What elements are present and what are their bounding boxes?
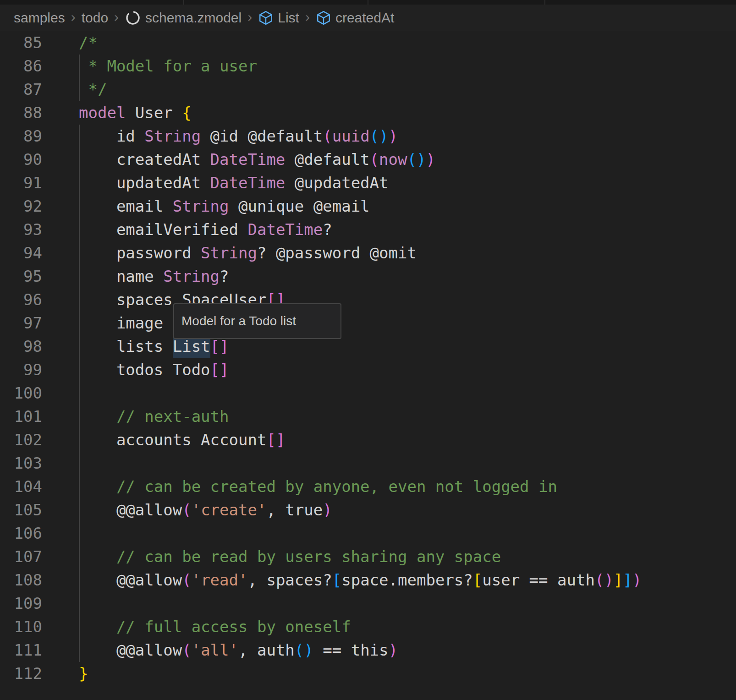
line-number[interactable]: 105	[0, 498, 46, 522]
line-number[interactable]: 97	[0, 312, 46, 335]
code-line-content[interactable]: @@allow('create', true)	[46, 498, 736, 522]
line-number[interactable]: 108	[0, 569, 46, 592]
code-line-content[interactable]: @@allow('all', auth() == this)	[46, 639, 736, 662]
line-number[interactable]: 89	[0, 125, 46, 148]
code-line-content[interactable]: // full access by oneself	[46, 615, 736, 639]
line-number[interactable]: 92	[0, 195, 46, 218]
code-token: == this	[313, 641, 389, 659]
code-line-content[interactable]: * Model for a user	[46, 55, 736, 78]
line-number[interactable]: 102	[0, 428, 46, 452]
code-line: 92 email String @unique @email	[0, 195, 736, 218]
breadcrumb-separator: ›	[114, 9, 119, 25]
line-number[interactable]: 107	[0, 545, 46, 569]
code-line: 111 @@allow('all', auth() == this)	[0, 639, 736, 662]
line-number[interactable]: 94	[0, 241, 46, 265]
code-token: createdAt	[79, 150, 210, 169]
code-token: space.members?	[341, 571, 473, 589]
code-token: image	[79, 314, 173, 332]
code-line: 87 */	[0, 78, 736, 101]
code-line-content[interactable]	[46, 522, 736, 545]
line-number[interactable]: 110	[0, 615, 46, 639]
line-number[interactable]: 111	[0, 639, 46, 662]
line-number[interactable]: 98	[0, 335, 46, 358]
breadcrumb-item-schema-zmodel[interactable]: schema.zmodel	[125, 10, 242, 26]
code-line-content[interactable]: // can be read by users sharing any spac…	[46, 545, 736, 569]
line-number[interactable]: 109	[0, 592, 46, 615]
code-line-content[interactable]: }	[46, 662, 736, 685]
code-line-content[interactable]: email String @unique @email	[46, 195, 736, 218]
code-token: updatedAt	[79, 174, 210, 192]
breadcrumb-item-todo[interactable]: todo	[82, 10, 108, 26]
line-number[interactable]: 101	[0, 405, 46, 428]
line-number[interactable]: 86	[0, 55, 46, 78]
code-line-content[interactable]: /*	[46, 31, 736, 55]
code-lines: 85/*86 * Model for a user87 */88model Us…	[0, 31, 736, 685]
code-token: []	[266, 431, 285, 449]
line-number[interactable]: 103	[0, 452, 46, 475]
code-line-content[interactable]	[46, 452, 736, 475]
code-line-content[interactable]: // next-auth	[46, 405, 736, 428]
code-line-content[interactable]: model User {	[46, 101, 736, 125]
code-line-content[interactable]: @@allow('read', spaces?[space.members?[u…	[46, 569, 736, 592]
code-line: 106	[0, 522, 736, 545]
code-line-content[interactable]: */	[46, 78, 736, 101]
code-token: {	[182, 104, 191, 122]
code-token: )	[389, 641, 398, 659]
line-number[interactable]: 91	[0, 171, 46, 195]
code-line-content[interactable]: updatedAt DateTime @updatedAt	[46, 171, 736, 195]
code-line-content[interactable]: lists List[]	[46, 335, 736, 358]
code-line: 97 image String?	[0, 312, 736, 335]
tab-bar	[0, 0, 736, 5]
code-token: (	[370, 150, 379, 169]
code-line: 95 name String?	[0, 265, 736, 288]
line-number[interactable]: 85	[0, 31, 46, 55]
code-token: */	[79, 80, 107, 98]
code-token: @unique @email	[229, 197, 370, 215]
code-line-content[interactable]: id String @id @default(uuid())	[46, 125, 736, 148]
code-token: ]	[623, 571, 632, 589]
code-token: emailVerified	[79, 220, 247, 239]
breadcrumb-item-list[interactable]: List	[258, 10, 299, 26]
code-line-content[interactable]	[46, 382, 736, 405]
hover-tooltip-text: Model for a Todo list	[181, 314, 296, 328]
code-token: )	[632, 571, 642, 589]
code-line: 105 @@allow('create', true)	[0, 498, 736, 522]
line-number[interactable]: 95	[0, 265, 46, 288]
line-number[interactable]: 99	[0, 358, 46, 382]
code-line: 91 updatedAt DateTime @updatedAt	[0, 171, 736, 195]
code-line-content[interactable]: emailVerified DateTime?	[46, 218, 736, 241]
line-number[interactable]: 88	[0, 101, 46, 125]
line-number[interactable]: 106	[0, 522, 46, 545]
code-line-content[interactable]: todos Todo[]	[46, 358, 736, 382]
code-token: User	[126, 104, 182, 122]
code-line-content[interactable]: password String? @password @omit	[46, 241, 736, 265]
code-token: name	[79, 267, 163, 285]
line-number[interactable]: 100	[0, 382, 46, 405]
code-line: 99 todos Todo[]	[0, 358, 736, 382]
code-token: password	[79, 244, 201, 262]
code-line-content[interactable]: // can be created by anyone, even not lo…	[46, 475, 736, 498]
indent-guide	[79, 125, 80, 662]
line-number[interactable]: 93	[0, 218, 46, 241]
line-number[interactable]: 87	[0, 78, 46, 101]
code-token: 'all'	[192, 641, 238, 659]
line-number[interactable]: 96	[0, 288, 46, 312]
breadcrumb-item-samples[interactable]: samples	[14, 10, 65, 26]
code-line-content[interactable]: name String?	[46, 265, 736, 288]
line-number[interactable]: 104	[0, 475, 46, 498]
code-line-content[interactable]: createdAt DateTime @default(now())	[46, 148, 736, 171]
line-number[interactable]: 112	[0, 662, 46, 685]
code-line-content[interactable]	[46, 592, 736, 615]
line-number[interactable]: 90	[0, 148, 46, 171]
code-token: String	[173, 197, 229, 215]
tab-divider	[183, 0, 184, 5]
code-line-content[interactable]: image String?	[46, 312, 736, 335]
code-token: )	[323, 501, 332, 519]
code-line: 85/*	[0, 31, 736, 55]
indent-guide	[79, 55, 80, 101]
code-token: String	[201, 244, 257, 262]
code-line-content[interactable]: accounts Account[]	[46, 428, 736, 452]
code-line-content[interactable]: spaces SpaceUser[]	[46, 288, 736, 312]
code-token: [	[473, 571, 482, 589]
breadcrumb-item-createdat[interactable]: createdAt	[316, 10, 394, 26]
